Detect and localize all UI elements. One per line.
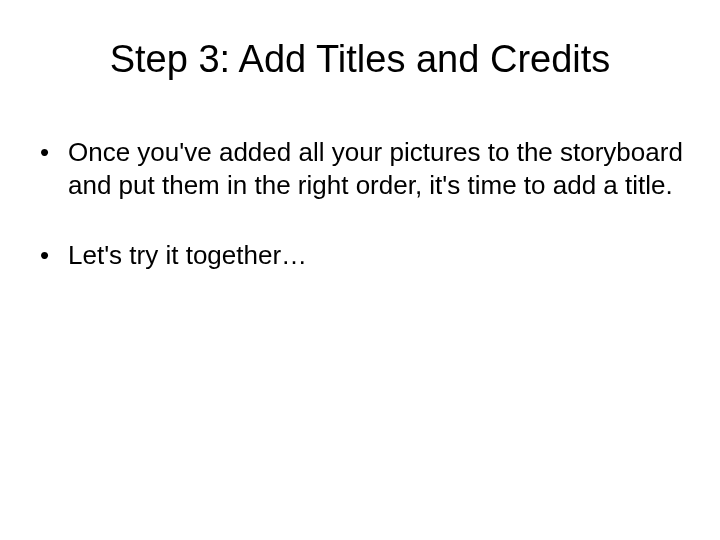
bullet-list: Once you've added all your pictures to t…	[30, 136, 690, 272]
bullet-item: Let's try it together…	[40, 239, 690, 272]
slide-title: Step 3: Add Titles and Credits	[30, 38, 690, 81]
bullet-item: Once you've added all your pictures to t…	[40, 136, 690, 201]
slide: Step 3: Add Titles and Credits Once you'…	[0, 0, 720, 540]
